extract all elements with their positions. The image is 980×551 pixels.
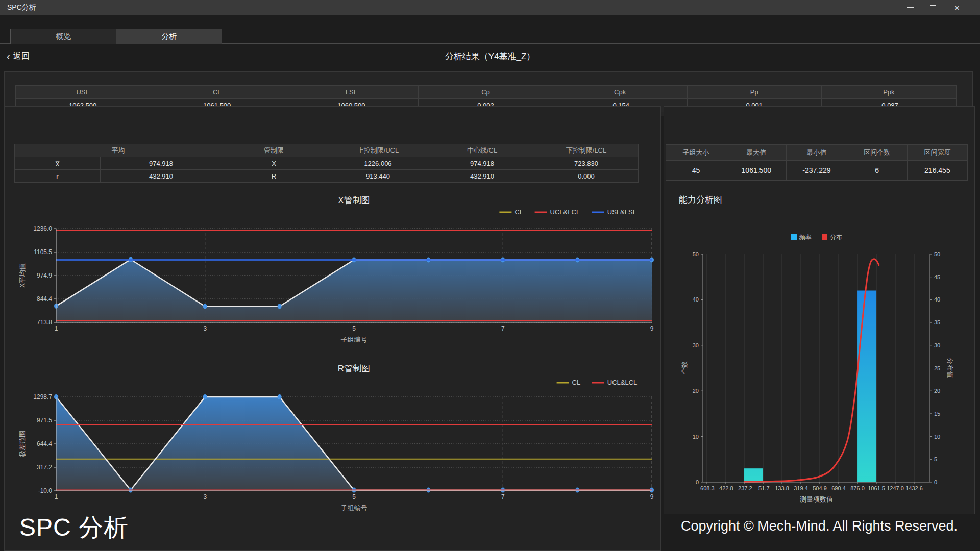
x_chart-point-3	[203, 304, 207, 309]
svg-text:-51.7: -51.7	[756, 485, 769, 491]
minimize-button[interactable]	[898, 0, 922, 15]
r_chart-legend-UCL&LCL[interactable]: UCL&LCL	[592, 379, 638, 386]
svg-text:317.2: 317.2	[37, 464, 52, 471]
stats-header-min: 最小值	[787, 145, 847, 161]
window-controls: ×	[898, 0, 969, 15]
stats-value-min: -237.229	[787, 161, 847, 180]
ctl-xbar-symbol: x̿	[15, 157, 101, 170]
stats-header-max: 最大值	[726, 145, 787, 161]
svg-text:844.4: 844.4	[37, 295, 52, 303]
r-control-chart: R管制图CLUCL&LCL1298.7971.5644.4317.2-10.01…	[0, 358, 661, 516]
restore-button[interactable]	[922, 0, 945, 15]
frequency-bar-2	[857, 291, 876, 482]
svg-text:UCL&LCL: UCL&LCL	[550, 208, 580, 216]
svg-text:133.8: 133.8	[775, 485, 789, 491]
svg-text:5: 5	[352, 325, 356, 332]
stats-header-subgroup-size: 子组大小	[666, 145, 726, 161]
app-logo: SPC 分析	[19, 511, 129, 544]
svg-text:0: 0	[934, 479, 937, 485]
stats-value-max: 1061.500	[726, 161, 787, 180]
svg-text:-422.8: -422.8	[717, 485, 733, 491]
svg-text:40: 40	[693, 296, 699, 303]
tab-analysis-label: 分析	[162, 32, 177, 41]
svg-text:35: 35	[934, 319, 940, 325]
svg-text:-237.2: -237.2	[736, 485, 752, 491]
ctl-header-ucl: 上控制限/UCL	[326, 144, 430, 157]
svg-text:9: 9	[650, 325, 654, 332]
svg-text:1061.5: 1061.5	[868, 485, 885, 491]
x_chart-legend-UCL&LCL[interactable]: UCL&LCL	[535, 208, 580, 216]
r_chart-legend-CL[interactable]: CL	[557, 379, 581, 386]
svg-text:1432.6: 1432.6	[905, 485, 923, 491]
stats-header-bin-count: 区间个数	[847, 145, 908, 161]
svg-text:40: 40	[934, 296, 940, 303]
svg-text:7: 7	[501, 493, 505, 500]
svg-text:10: 10	[934, 434, 940, 440]
svg-text:30: 30	[934, 342, 940, 348]
x_chart-point-4	[278, 304, 282, 309]
capability-ylabel-left: 个数	[680, 361, 688, 374]
frequency-bar-1	[744, 468, 763, 482]
ctl-xbar-lcl: 723.830	[534, 157, 639, 170]
svg-text:713.8: 713.8	[37, 319, 52, 326]
svg-text:-10.0: -10.0	[38, 487, 53, 494]
svg-text:1105.5: 1105.5	[34, 248, 52, 256]
close-button[interactable]: ×	[945, 0, 969, 15]
control-limits-table: 平均 管制限 上控制限/UCL 中心线/CL 下控制限/LCL x̿ 974.9…	[14, 144, 639, 183]
ctl-rbar-lcl: 0.000	[534, 170, 639, 182]
x_chart-xlabel: 子组编号	[341, 336, 368, 343]
x_chart-legend-USL&LSL[interactable]: USL&LSL	[592, 208, 636, 216]
svg-text:20: 20	[934, 388, 940, 394]
minimize-icon	[907, 7, 914, 8]
tab-overview-label: 概览	[56, 32, 71, 41]
ctl-header-mean: 平均	[15, 144, 222, 157]
ctl-header-cl: 中心线/CL	[430, 144, 534, 157]
svg-text:20: 20	[693, 388, 699, 394]
r_chart-title: R管制图	[338, 364, 370, 373]
svg-text:974.9: 974.9	[37, 272, 52, 279]
histogram-stats-table: 子组大小 最大值 最小值 区间个数 区间宽度 45 1061.500 -237.…	[666, 144, 968, 181]
svg-text:30: 30	[693, 342, 699, 348]
svg-text:1: 1	[55, 325, 58, 332]
x_chart-legend: CLUCL&LCLUSL&LSL	[499, 208, 636, 216]
svg-text:-608.3: -608.3	[698, 485, 714, 491]
summary-header-cp: Cp	[419, 86, 553, 99]
svg-text:频率: 频率	[799, 234, 812, 241]
capability-ylabel-right: 分布值	[946, 358, 954, 378]
svg-text:5: 5	[352, 493, 356, 500]
x_chart-legend-CL[interactable]: CL	[499, 208, 523, 216]
tab-analysis[interactable]: 分析	[116, 29, 222, 44]
close-icon: ×	[954, 4, 960, 12]
ctl-xbar-chart: X	[222, 157, 326, 170]
summary-header-cpk: Cpk	[553, 86, 688, 99]
svg-text:25: 25	[934, 365, 940, 371]
ctl-rbar-ucl: 913.440	[326, 170, 430, 182]
svg-text:504.9: 504.9	[813, 485, 827, 491]
svg-text:319.4: 319.4	[794, 485, 808, 491]
page-title: 分析结果（Y4基准_Z）	[0, 51, 980, 62]
r_chart-point-3	[203, 394, 207, 399]
capability-legend-分布[interactable]: 分布	[822, 234, 842, 241]
svg-text:1298.7: 1298.7	[33, 393, 52, 400]
svg-text:1247.0: 1247.0	[887, 485, 904, 491]
svg-text:10: 10	[693, 434, 699, 440]
capability-legend-频率[interactable]: 频率	[791, 234, 812, 241]
svg-text:876.0: 876.0	[850, 485, 865, 491]
x_chart-ylabel: X平均值	[18, 263, 26, 288]
svg-text:1236.0: 1236.0	[33, 225, 52, 232]
capability-chart-title: 能力分析图	[679, 194, 722, 206]
tab-overview[interactable]: 概览	[10, 29, 117, 44]
svg-text:15: 15	[934, 411, 940, 417]
r_chart-xlabel: 子组编号	[341, 504, 368, 512]
x_chart-title: X管制图	[338, 195, 370, 205]
svg-text:UCL&LCL: UCL&LCL	[607, 379, 638, 386]
svg-text:644.4: 644.4	[37, 440, 52, 447]
svg-text:5: 5	[934, 456, 937, 462]
ctl-header-lcl: 下控制限/LCL	[534, 144, 639, 157]
ctl-rbar-mean: 432.910	[101, 170, 222, 182]
ctl-rbar-symbol: r̄	[15, 170, 101, 182]
summary-header-usl: USL	[16, 86, 150, 99]
svg-text:分布: 分布	[830, 234, 842, 241]
svg-text:45: 45	[934, 274, 940, 280]
svg-text:0: 0	[696, 479, 699, 485]
